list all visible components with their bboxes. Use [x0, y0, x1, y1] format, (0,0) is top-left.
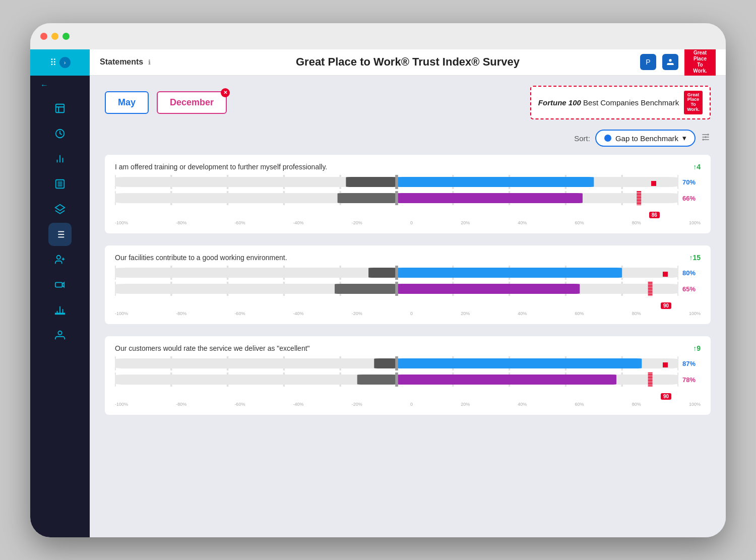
filter-options-button[interactable] [701, 132, 711, 145]
axis-label: 80% [632, 220, 641, 225]
may-label: May [118, 97, 136, 107]
sort-dropdown-label: Gap to Benchmark [615, 134, 678, 143]
statements-title: Statements [100, 57, 143, 67]
chart-svg-container-1-1 [115, 175, 678, 189]
sidebar-back-button[interactable]: ← [30, 76, 90, 95]
user-button[interactable] [662, 54, 678, 70]
december-close-button[interactable]: ✕ [221, 88, 230, 97]
chart-block-3: Our customers would rate the service we … [105, 336, 711, 415]
sidebar-item-history[interactable] [48, 122, 72, 145]
benchmark-dot-3 [663, 362, 668, 367]
device-frame: ⠿ › ← [30, 23, 726, 537]
axis-label: 20% [461, 311, 470, 316]
benchmark-rest: Best Companies Benchmark [581, 98, 679, 107]
chart-pct-2-1: 66% [682, 195, 701, 202]
chart-svg-container-2-2 [115, 282, 678, 296]
chart-header-1: I am offered training or development to … [115, 163, 701, 171]
chart-svg-container-2-3 [115, 372, 678, 387]
svg-rect-24 [55, 313, 65, 314]
benchmark-gptw-logo: GreatPlaceToWork. [684, 91, 703, 115]
benchmark-indicator-3: 90 [115, 389, 701, 400]
flag-button[interactable]: P [640, 54, 656, 70]
chart-row-2-3: 78% [115, 372, 701, 387]
sidebar: ⠿ › ← [30, 49, 90, 537]
axis-label: -100% [115, 311, 128, 316]
chart-row-2-2: 65% [115, 282, 701, 296]
axis-label: -80% [176, 311, 186, 316]
axis-label: 40% [518, 311, 527, 316]
benchmark-value-3: 90 [661, 393, 671, 400]
chart-svg-container-2-1 [115, 191, 678, 205]
benchmark-value-1: 86 [649, 212, 660, 218]
svg-rect-91 [335, 284, 397, 294]
axis-label: 60% [575, 402, 584, 407]
sidebar-item-layers[interactable] [48, 198, 72, 221]
flag-icon: P [646, 58, 650, 66]
svg-rect-0 [56, 104, 65, 112]
maximize-button[interactable] [62, 33, 70, 40]
close-button[interactable] [40, 33, 47, 40]
sidebar-nav [30, 95, 90, 349]
sort-dropdown[interactable]: Gap to Benchmark ▾ [595, 130, 696, 147]
sidebar-item-person[interactable] [48, 324, 72, 347]
svg-rect-76 [368, 268, 397, 278]
chart-delta-1: ↑4 [693, 163, 701, 171]
axis-label: 100% [689, 220, 701, 225]
sidebar-item-reports[interactable] [48, 97, 72, 120]
chart-row-1-3: 87% [115, 356, 701, 370]
sidebar-item-chart[interactable] [48, 298, 72, 322]
page-body: May December ✕ Fortune 100 Best Companie… [90, 76, 726, 537]
benchmark-value-2: 90 [661, 302, 671, 309]
axis-labels-3: -100%-80%-60%-40%-20%020%40%60%80%100% [115, 401, 701, 408]
sidebar-expand-button[interactable]: › [59, 57, 71, 68]
gptw-line1: Great [688, 50, 712, 56]
chart-block-2: Our facilities contribute to a good work… [105, 245, 711, 324]
axis-label: -60% [234, 402, 245, 407]
svg-point-26 [669, 59, 671, 61]
app-container: ⠿ › ← [30, 49, 726, 537]
gptw-line3: To [688, 62, 712, 68]
minimize-button[interactable] [51, 33, 58, 40]
sidebar-item-list[interactable] [48, 172, 72, 196]
chart-delta-3: ↑9 [693, 344, 701, 352]
benchmark-dot-2 [663, 272, 668, 277]
header-left: Statements ℹ [100, 57, 201, 67]
sidebar-item-statements[interactable] [48, 223, 72, 246]
chart-area-3: 87% 78% [115, 356, 701, 408]
axis-label: -20% [352, 402, 362, 407]
axis-label: -60% [234, 311, 245, 316]
header: Statements ℹ Great Place to Work® Trust … [90, 49, 726, 76]
axis-label: 40% [518, 220, 527, 225]
svg-rect-92 [397, 284, 580, 294]
benchmark-indicator-1: 86 [115, 207, 701, 218]
axis-label: 80% [632, 402, 641, 407]
axis-labels-1: -100%-80%-60%-40%-20%020%40%60%80%100% [115, 219, 701, 226]
axis-label: -40% [293, 220, 304, 225]
sidebar-item-video[interactable] [48, 273, 72, 296]
info-icon[interactable]: ℹ [148, 58, 151, 66]
axis-label: -100% [115, 402, 128, 407]
chart-svg-container-1-3 [115, 356, 678, 370]
chart-row-1-1: 70% [115, 175, 701, 189]
sidebar-item-people[interactable] [48, 248, 72, 271]
title-bar [30, 23, 726, 49]
svg-rect-107 [374, 358, 397, 368]
benchmark-label-1: 86 [649, 212, 660, 218]
chart-pct-1-1: 70% [682, 178, 701, 186]
chart-svg-2-2 [115, 282, 678, 296]
main-content: Statements ℹ Great Place to Work® Trust … [90, 49, 726, 537]
svg-point-18 [57, 255, 60, 259]
sidebar-item-analytics[interactable] [48, 147, 72, 170]
may-filter[interactable]: May [105, 91, 149, 114]
chart-svg-1-2 [115, 266, 678, 280]
svg-marker-11 [55, 204, 65, 210]
svg-rect-122 [357, 375, 397, 385]
chart-label-3: Our customers would rate the service we … [115, 344, 310, 352]
sort-row: Sort: Gap to Benchmark ▾ [105, 130, 711, 147]
gptw-line2: Place [688, 56, 712, 62]
chart-header-2: Our facilities contribute to a good work… [115, 254, 701, 262]
sidebar-top: ⠿ › [30, 49, 90, 76]
benchmark-text: Fortune 100 Best Companies Benchmark [538, 98, 679, 107]
december-filter[interactable]: December ✕ [157, 91, 227, 114]
svg-rect-108 [397, 358, 642, 368]
